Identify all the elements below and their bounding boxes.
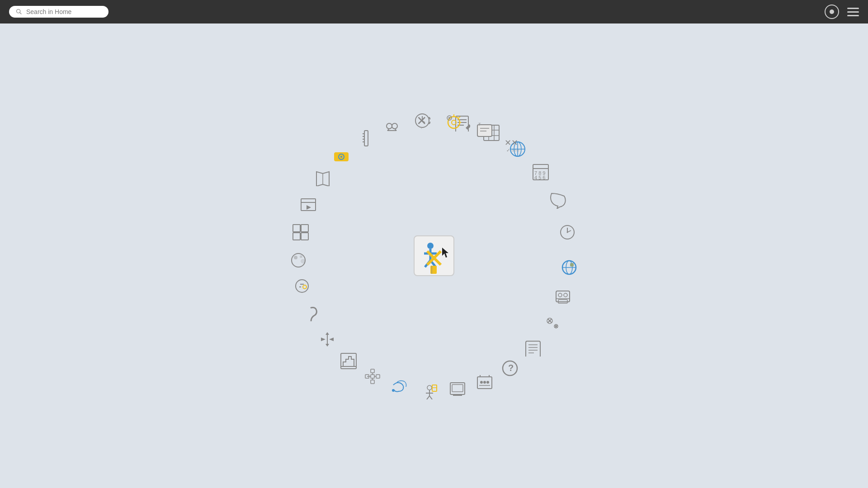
svg-line-127 [422, 121, 425, 122]
svg-point-101 [300, 255, 302, 258]
svg-rect-83 [371, 380, 374, 384]
hamburger-icon [847, 8, 859, 16]
balance-icon[interactable] [316, 328, 338, 350]
svg-line-35 [567, 230, 571, 232]
svg-marker-109 [307, 205, 311, 210]
record-icon [825, 5, 839, 19]
svg-text:✓ ○○○: ✓ ○○○ [506, 148, 519, 153]
svg-rect-10 [430, 266, 437, 274]
search-box[interactable] [9, 6, 108, 18]
svg-marker-94 [329, 338, 334, 341]
chat-icon[interactable] [547, 190, 569, 211]
help-icon[interactable]: ? [499, 357, 521, 379]
svg-rect-52 [526, 341, 540, 357]
speech-cancel-icon[interactable] [541, 313, 562, 334]
svg-point-100 [294, 256, 297, 259]
svg-rect-114 [364, 131, 368, 146]
presentation-icon[interactable] [297, 194, 319, 216]
menu-button[interactable] [847, 8, 859, 16]
svg-rect-81 [371, 375, 374, 378]
snake-icon[interactable] [300, 302, 322, 324]
clock-icon[interactable] [557, 221, 578, 243]
svg-point-113 [340, 156, 342, 158]
svg-rect-105 [293, 233, 300, 240]
svg-point-129 [452, 120, 456, 125]
eyes-icon[interactable] [381, 116, 403, 138]
svg-point-71 [427, 385, 432, 390]
record-button[interactable] [825, 5, 839, 19]
network-icon[interactable] [362, 366, 383, 387]
svg-text:✕✕: ✕✕ [505, 138, 518, 147]
search-icon [15, 8, 23, 15]
svg-point-98 [303, 285, 307, 289]
svg-point-78 [392, 389, 395, 392]
svg-text:4 5 6: 4 5 6 [534, 175, 545, 180]
svg-point-42 [558, 293, 562, 297]
svg-point-102 [301, 259, 305, 263]
notebook-icon[interactable] [522, 338, 544, 359]
picture-icon[interactable] [447, 378, 468, 400]
center-app-icon[interactable] [414, 235, 454, 276]
cursor-ball-icon[interactable] [291, 275, 313, 297]
music-icon[interactable] [388, 376, 410, 398]
svg-point-0 [17, 9, 20, 13]
svg-point-62 [480, 381, 483, 384]
topbar-right [825, 5, 859, 19]
svg-marker-9 [442, 248, 448, 258]
svg-point-119 [387, 123, 392, 129]
calculator-icon[interactable]: 7 8 94 5 6 [530, 161, 552, 183]
svg-point-120 [392, 123, 397, 129]
search-input[interactable] [26, 8, 102, 15]
maze-icon[interactable] [338, 350, 359, 372]
gear-turtle-icon[interactable] [442, 111, 464, 132]
meeting-icon[interactable] [474, 371, 495, 392]
svg-rect-106 [301, 233, 308, 240]
person-flag-icon[interactable] [419, 380, 440, 402]
symbols-icon[interactable]: ✕✕✓ ○○○ [501, 134, 523, 155]
svg-line-1 [20, 13, 22, 14]
svg-rect-107 [301, 199, 316, 211]
svg-text:T: T [478, 122, 481, 127]
moon-icon[interactable] [288, 249, 309, 271]
clock2-icon[interactable] [411, 110, 433, 131]
svg-marker-93 [321, 338, 326, 341]
contacts-icon[interactable] [552, 287, 574, 309]
main-content: ✕✕✓ ○○○7 8 94 5 6?T✕✕✓ ○○○ [0, 23, 868, 488]
svg-point-2 [427, 243, 434, 249]
ruler-icon[interactable] [355, 127, 377, 149]
svg-line-75 [429, 396, 432, 399]
svg-rect-76 [432, 385, 437, 391]
svg-rect-104 [301, 225, 308, 232]
svg-rect-79 [371, 369, 374, 373]
eye-icon[interactable] [330, 146, 352, 168]
svg-marker-91 [326, 332, 329, 335]
svg-rect-82 [376, 375, 380, 378]
svg-line-74 [427, 396, 429, 399]
svg-rect-40 [570, 263, 574, 267]
center-icon-svg [416, 238, 452, 274]
svg-point-43 [564, 293, 567, 297]
world-icon[interactable] [558, 257, 580, 278]
svg-marker-92 [326, 344, 329, 347]
svg-rect-103 [293, 225, 300, 232]
svg-rect-67 [452, 385, 463, 392]
text-box-icon[interactable]: T [474, 119, 495, 141]
svg-point-64 [486, 381, 489, 384]
svg-line-131 [458, 117, 460, 118]
tiles-icon[interactable] [290, 221, 311, 243]
topbar [0, 0, 868, 23]
book-icon[interactable] [312, 167, 334, 189]
svg-text:?: ? [508, 363, 514, 373]
circle-container: ✕✕✓ ○○○7 8 94 5 6?T✕✕✓ ○○○ [276, 98, 592, 414]
svg-point-63 [483, 381, 486, 384]
